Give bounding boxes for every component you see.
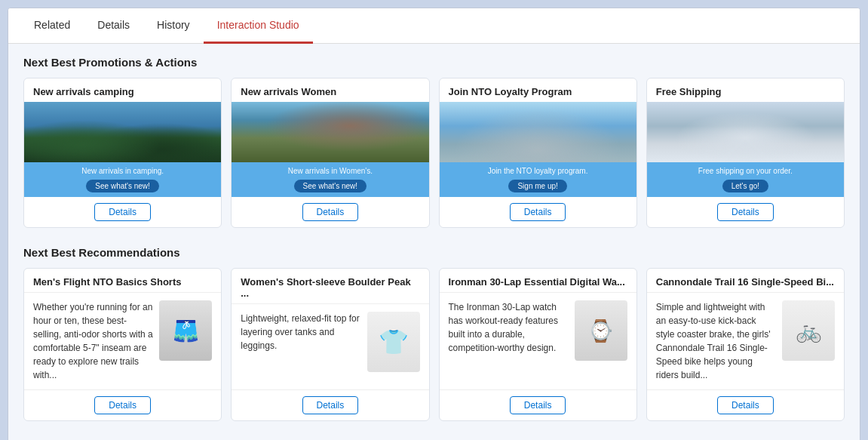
promo-camping-details-btn[interactable]: Details — [94, 203, 151, 221]
rec-watch-image: ⌚ — [575, 300, 627, 361]
promo-loyalty-footer: Details — [440, 197, 636, 227]
promo-card-shipping: Free Shipping Free shipping on your orde… — [646, 78, 845, 228]
watch-icon: ⌚ — [575, 300, 627, 361]
promo-shipping-title: Free Shipping — [647, 78, 844, 102]
rec-bike-details-btn[interactable]: Details — [717, 396, 774, 414]
promo-women-strip: New arrivals in Women's. See what's new! — [232, 162, 428, 197]
promo-camping-title: New arrivals camping — [24, 78, 221, 102]
rec-bike-body: Simple and lightweight with an easy-to-u… — [647, 293, 844, 389]
promo-women-title: New arrivals Women — [232, 78, 428, 102]
promo-loyalty-details-btn[interactable]: Details — [510, 203, 566, 221]
rec-tshirt-image: 👕 — [367, 312, 420, 372]
recommendations-section: Next Best Recommendations Men's Flight N… — [23, 246, 845, 421]
rec-card-bike: Cannondale Trail 16 Single-Speed Bi... S… — [646, 268, 845, 421]
rec-shorts-image: 🩳 — [159, 300, 212, 361]
promo-shipping-details-btn[interactable]: Details — [717, 203, 774, 221]
rec-watch-footer: Details — [440, 389, 636, 420]
tab-details[interactable]: Details — [84, 8, 143, 44]
main-container: Related Details History Interaction Stud… — [8, 8, 860, 440]
tab-history[interactable]: History — [143, 8, 204, 44]
rec-shorts-title: Men's Flight NTO Basics Shorts — [24, 269, 221, 293]
promo-camping-btn[interactable]: See what's new! — [86, 180, 159, 192]
promo-loyalty-title: Join NTO Loyalty Program — [440, 78, 636, 102]
promo-card-loyalty: Join NTO Loyalty Program Join the NTO lo… — [439, 78, 637, 228]
rec-tshirt-body: Lightweight, relaxed-fit top for layerin… — [232, 304, 428, 389]
shorts-icon: 🩳 — [159, 300, 212, 361]
recommendations-title: Next Best Recommendations — [23, 246, 845, 259]
rec-shorts-details-btn[interactable]: Details — [94, 396, 151, 414]
rec-bike-desc: Simple and lightweight with an easy-to-u… — [656, 300, 776, 382]
rec-tshirt-title: Women's Short-sleeve Boulder Peak ... — [232, 269, 428, 304]
tabs-bar: Related Details History Interaction Stud… — [8, 8, 860, 44]
rec-card-tshirt: Women's Short-sleeve Boulder Peak ... Li… — [231, 268, 429, 421]
rec-bike-title: Cannondale Trail 16 Single-Speed Bi... — [647, 269, 844, 293]
content-area: Next Best Promotions & Actions New arriv… — [8, 44, 860, 440]
promo-card-women: New arrivals Women New arrivals in Women… — [231, 78, 429, 228]
recommendations-cards-row: Men's Flight NTO Basics Shorts Whether y… — [23, 268, 845, 421]
promo-loyalty-image — [440, 102, 636, 162]
promotions-cards-row: New arrivals camping New arrivals in cam… — [23, 78, 845, 228]
rec-bike-footer: Details — [647, 389, 844, 420]
rec-watch-desc: The Ironman 30-Lap watch has workout-rea… — [449, 300, 569, 382]
promotions-title: Next Best Promotions & Actions — [23, 56, 845, 69]
promo-camping-strip: New arrivals in camping. See what's new! — [24, 162, 221, 197]
promo-women-image — [232, 102, 428, 162]
rec-card-shorts: Men's Flight NTO Basics Shorts Whether y… — [23, 268, 222, 421]
promo-card-camping: New arrivals camping New arrivals in cam… — [23, 78, 222, 228]
tab-related[interactable]: Related — [20, 8, 84, 44]
promo-loyalty-strip: Join the NTO loyalty program. Sign me up… — [440, 162, 636, 197]
promo-shipping-footer: Details — [647, 197, 844, 227]
promo-camping-image — [24, 102, 221, 162]
promo-women-btn[interactable]: See what's new! — [294, 180, 367, 192]
promo-women-details-btn[interactable]: Details — [302, 203, 359, 221]
promo-shipping-btn[interactable]: Let's go! — [722, 180, 769, 192]
promotions-section: Next Best Promotions & Actions New arriv… — [23, 56, 845, 228]
rec-watch-details-btn[interactable]: Details — [510, 396, 566, 414]
rec-bike-image: 🚲 — [782, 300, 835, 361]
rec-tshirt-details-btn[interactable]: Details — [302, 396, 359, 414]
tshirt-icon: 👕 — [367, 312, 420, 372]
promo-shipping-image — [647, 102, 844, 162]
promo-women-strip-text: New arrivals in Women's. — [238, 167, 422, 175]
promo-women-footer: Details — [232, 197, 428, 227]
rec-card-watch: Ironman 30-Lap Essential Digital Wa... T… — [439, 268, 637, 421]
rec-shorts-body: Whether you're running for an hour or te… — [24, 293, 221, 389]
bike-icon: 🚲 — [782, 300, 835, 361]
rec-shorts-footer: Details — [24, 389, 221, 420]
tab-interaction-studio[interactable]: Interaction Studio — [204, 8, 313, 44]
rec-tshirt-desc: Lightweight, relaxed-fit top for layerin… — [241, 312, 360, 382]
promo-loyalty-strip-text: Join the NTO loyalty program. — [446, 167, 630, 175]
promo-shipping-strip-text: Free shipping on your order. — [653, 167, 838, 175]
rec-shorts-desc: Whether you're running for an hour or te… — [33, 300, 153, 382]
rec-tshirt-footer: Details — [232, 389, 428, 420]
promo-shipping-strip: Free shipping on your order. Let's go! — [647, 162, 844, 197]
promo-loyalty-btn[interactable]: Sign me up! — [508, 180, 566, 192]
rec-watch-body: The Ironman 30-Lap watch has workout-rea… — [440, 293, 636, 389]
promo-camping-strip-text: New arrivals in camping. — [30, 167, 215, 175]
rec-watch-title: Ironman 30-Lap Essential Digital Wa... — [440, 269, 636, 293]
promo-camping-footer: Details — [24, 197, 221, 227]
